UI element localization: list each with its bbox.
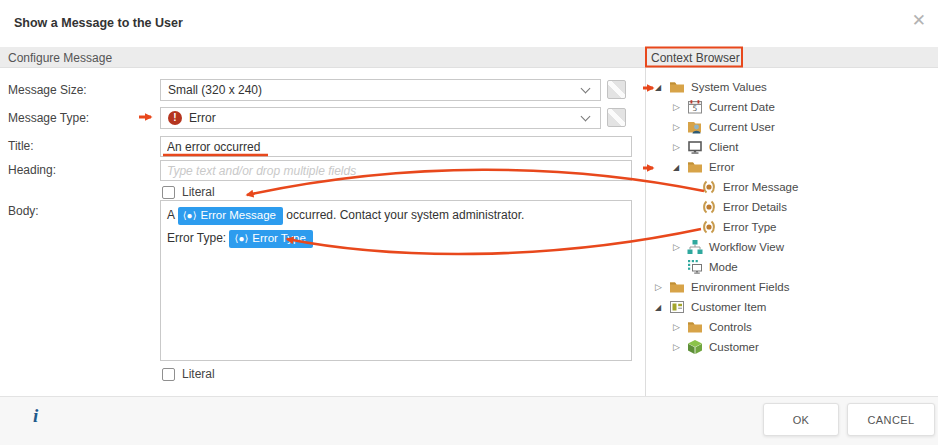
field-token-icon: ⟨●⟩ (234, 233, 248, 244)
title-label: Title: (8, 139, 34, 153)
error-type-chip[interactable]: ⟨●⟩Error Type (229, 230, 312, 248)
body-text: A (167, 208, 174, 222)
tree-item-mode[interactable]: Mode (645, 257, 937, 277)
workflow-icon (687, 239, 703, 255)
svg-text:5: 5 (693, 104, 698, 113)
folder-icon (669, 279, 685, 295)
expander-collapsed-icon[interactable]: ▷ (673, 122, 687, 132)
field-icon (701, 199, 717, 215)
chevron-down-icon (581, 112, 591, 122)
configure-message-header: Configure Message (8, 51, 112, 65)
ok-button[interactable]: OK (763, 403, 839, 436)
message-type-label: Message Type: (8, 111, 89, 125)
expander-collapsed-icon[interactable]: ▷ (673, 342, 687, 352)
error-exclamation-icon: ! (168, 111, 182, 125)
heading-input[interactable] (160, 160, 632, 181)
field-icon (701, 219, 717, 235)
literal-checkbox-row-top: Literal (162, 185, 215, 199)
tree-item-controls[interactable]: ▷ Controls (645, 317, 937, 337)
item-icon (669, 299, 685, 315)
tree-item-error-details[interactable]: Error Details (645, 197, 937, 217)
tree-item-customer-item[interactable]: ◢ Customer Item (645, 297, 937, 317)
literal-checkbox[interactable] (162, 368, 175, 381)
tree-item-environment-fields[interactable]: ▷ Environment Fields (645, 277, 937, 297)
tree-item-error-type[interactable]: Error Type (645, 217, 937, 237)
field-token-icon: ⟨●⟩ (183, 210, 197, 221)
dialog-titlebar: Show a Message to the User ✕ (0, 0, 938, 46)
expander-expanded-icon[interactable]: ◢ (655, 303, 669, 312)
literal-checkbox-row-bottom: Literal (162, 367, 215, 381)
info-icon[interactable]: i (33, 405, 38, 427)
message-size-literal-toggle[interactable] (607, 80, 626, 99)
literal-checkbox[interactable] (162, 186, 175, 199)
tree-item-workflow-view[interactable]: ▷ Workflow View (645, 237, 937, 257)
calendar-icon: 5 (687, 99, 703, 115)
expander-collapsed-icon[interactable]: ▷ (673, 242, 687, 252)
body-label: Body: (8, 204, 39, 218)
message-size-label: Message Size: (8, 83, 87, 97)
message-type-literal-toggle[interactable] (607, 108, 626, 127)
close-icon[interactable]: ✕ (912, 12, 926, 29)
show-message-dialog: { "dialog": { "title": "Show a Message t… (0, 0, 938, 445)
tree-item-client[interactable]: ▷ Client (645, 137, 937, 157)
expander-collapsed-icon[interactable]: ▷ (673, 322, 687, 332)
field-icon (701, 179, 717, 195)
message-size-value: Small (320 x 240) (168, 83, 582, 97)
body-text: occurred. Contact your system administra… (286, 208, 524, 222)
tree-item-system-values[interactable]: ◢ System Values (645, 77, 937, 97)
mode-icon (687, 259, 703, 275)
expander-expanded-icon[interactable]: ◢ (673, 163, 687, 172)
message-type-dropdown[interactable]: ! Error (160, 107, 601, 129)
folder-icon (687, 159, 703, 175)
context-browser-tree: ◢ System Values ▷ 5 Current Date ▷ Curre… (645, 77, 937, 357)
tree-item-current-user[interactable]: ▷ Current User (645, 117, 937, 137)
dialog-title: Show a Message to the User (14, 16, 183, 30)
dialog-footer: i OK CANCEL (0, 396, 938, 445)
message-type-value: Error (189, 111, 582, 125)
literal-label: Literal (182, 185, 215, 199)
tree-item-customer[interactable]: ▷ Customer (645, 337, 937, 357)
body-line-2: Error Type: ⟨●⟩Error Type (167, 227, 625, 250)
footer-buttons: OK CANCEL (763, 403, 935, 436)
expander-expanded-icon[interactable]: ◢ (655, 83, 669, 92)
cancel-button[interactable]: CANCEL (847, 403, 935, 436)
folder-icon (669, 79, 685, 95)
tree-item-error-folder[interactable]: ◢ Error (645, 157, 937, 177)
cube-icon (687, 339, 703, 355)
expander-collapsed-icon[interactable]: ▷ (673, 142, 687, 152)
tree-item-current-date[interactable]: ▷ 5 Current Date (645, 97, 937, 117)
title-input[interactable] (160, 136, 632, 157)
section-header-band: Configure Message Context Browser (0, 47, 938, 68)
tree-item-error-message[interactable]: Error Message (645, 177, 937, 197)
expander-collapsed-icon[interactable]: ▷ (655, 282, 669, 292)
body-text: Error Type: (167, 231, 226, 245)
literal-label: Literal (182, 367, 215, 381)
expander-collapsed-icon[interactable]: ▷ (673, 102, 687, 112)
chevron-down-icon (581, 84, 591, 94)
body-richtext-editor[interactable]: A ⟨●⟩Error Message occurred. Contact you… (160, 200, 632, 361)
monitor-icon (687, 139, 703, 155)
folder-icon (687, 319, 703, 335)
error-message-chip[interactable]: ⟨●⟩Error Message (178, 207, 283, 225)
heading-label: Heading: (8, 163, 56, 177)
context-browser-header: Context Browser (651, 51, 740, 65)
user-icon (687, 119, 703, 135)
body-line-1: A ⟨●⟩Error Message occurred. Contact you… (167, 204, 625, 227)
message-size-dropdown[interactable]: Small (320 x 240) (160, 79, 601, 101)
